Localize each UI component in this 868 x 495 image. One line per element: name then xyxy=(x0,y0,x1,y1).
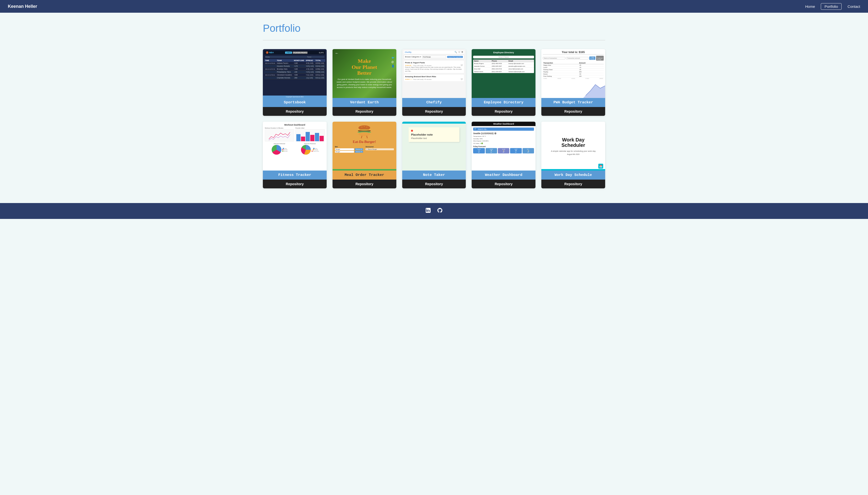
card-repo-fitness[interactable]: Repository xyxy=(263,180,327,188)
mo-item-burger1: Burger xyxy=(335,148,354,150)
card-repo-weather[interactable]: Repository xyxy=(472,180,535,188)
divider xyxy=(263,40,605,40)
ve-back-icon: ← xyxy=(335,51,339,55)
svg-line-10 xyxy=(367,136,367,138)
card-meal: Eat-Da-Burger! Me! Burger Devour It! Bur… xyxy=(333,122,396,188)
cf-browse: Browse Categories ▾ xyxy=(405,56,421,58)
note-title: Placeholder note xyxy=(411,133,457,136)
bud-name-input[interactable] xyxy=(543,57,565,59)
wd-day-2: 11/25🌧️42° xyxy=(486,148,497,153)
svg-point-2 xyxy=(361,127,362,127)
card-repo-employee[interactable]: Repository xyxy=(472,107,535,116)
bud-sub-btn[interactable]: - Subtract Funds xyxy=(596,56,604,61)
bud-add-btn[interactable]: + Add Funds xyxy=(589,56,595,60)
svg-point-6 xyxy=(358,129,371,131)
svg-point-13 xyxy=(426,209,427,209)
card-title-fitness: Fitness Tracker xyxy=(263,171,327,180)
page-title: Portfolio xyxy=(263,22,605,34)
card-workday: Work DayScheduler A simple calendar app … xyxy=(541,122,605,188)
card-title-workday: Work Day Schedule xyxy=(541,171,605,180)
mo-devoured-label: Devoured xyxy=(366,146,394,148)
footer xyxy=(0,203,868,219)
preview-chefify: Chefify 🔍 🤍 ☰ Browse Categories ▾ Search… xyxy=(402,49,466,98)
wd-search-icon: 🔍 xyxy=(474,128,477,130)
sb-props-btn: PLAYER PROPS xyxy=(293,52,308,54)
nav-portfolio[interactable]: Portfolio xyxy=(821,3,841,10)
ve-social-user: 👤 xyxy=(391,65,395,67)
wd-temp: Temperature: 48 °F xyxy=(473,135,534,138)
cf-search-btn[interactable]: Search By Ingredient xyxy=(447,56,463,58)
bud-amount-input[interactable] xyxy=(566,57,588,59)
preview-meal: Eat-Da-Burger! Me! Burger Devour It! Bur… xyxy=(333,122,396,171)
wd-day-5: 11/...⛅44° xyxy=(522,148,534,153)
ve-social-twitter: 🐦 xyxy=(391,56,395,59)
svg-point-3 xyxy=(364,126,365,126)
card-repo-note[interactable]: Repository xyxy=(402,180,466,188)
wd-forecast-title: 5-Day Forecast: xyxy=(473,146,534,147)
card-repo-verdant[interactable]: Repository xyxy=(333,107,396,116)
mo-devour-btn2[interactable]: Devour It! xyxy=(355,151,363,153)
card-budget: Your total is: $165 + Add Funds - Subtra… xyxy=(541,49,605,116)
ve-social-at: @ xyxy=(391,61,395,63)
wd-forecast-row: 11/24❄️40° 11/25🌧️42° 11/26⛅45° 11/27🌧️4… xyxy=(473,148,534,153)
wd-main-title: Work DayScheduler xyxy=(562,137,585,148)
cf-recipe-2: Amazing Braised Beef Short Ribs ★★★☆☆ Ti… xyxy=(404,74,465,82)
sb-slips: SLIPS xyxy=(319,52,324,53)
card-title-chefify: Chefify xyxy=(402,98,466,107)
cf-search-input[interactable] xyxy=(422,56,447,58)
card-title-employee: Employee Directory xyxy=(472,98,535,107)
mo-devour-btn1[interactable]: Devour It! xyxy=(355,148,363,150)
wd-teal-bar xyxy=(541,169,605,171)
note-text: Placeholder text xyxy=(411,137,457,139)
preview-employee: Employee Directory Search Name NamePhone… xyxy=(472,49,535,98)
ft-title: Workout Dashboard xyxy=(265,124,325,126)
wd-humidity: Humidity: 89% xyxy=(473,138,534,140)
card-chefify: Chefify 🔍 🤍 ☰ Browse Categories ▾ Search… xyxy=(402,49,466,116)
preview-verdant: ← MakeOur PlanetBetter Our goal at Verda… xyxy=(333,49,396,98)
card-repo-sportsbook[interactable]: Repository xyxy=(263,107,327,116)
nav-contact[interactable]: Contact xyxy=(848,4,860,8)
card-title-weather: Weather Dashboard xyxy=(472,171,535,180)
burger-illustration xyxy=(356,124,373,139)
wd-day-3: 11/26⛅45° xyxy=(498,148,509,153)
card-repo-workday[interactable]: Repository xyxy=(541,180,605,188)
svg-line-9 xyxy=(361,136,362,138)
preview-weather: Weather Dashboard 🔍 Search city... Seatt… xyxy=(472,122,535,171)
github-icon[interactable] xyxy=(437,207,443,215)
card-verdant: ← MakeOur PlanetBetter Our goal at Verda… xyxy=(333,49,396,116)
preview-budget: Your total is: $165 + Add Funds - Subtra… xyxy=(541,49,605,98)
mo-devoured-1: 1. Bacon Burger xyxy=(366,148,394,150)
sb-lines-btn: LINES xyxy=(285,52,292,54)
svg-marker-0 xyxy=(583,85,605,98)
card-repo-budget[interactable]: Repository xyxy=(541,107,605,116)
preview-note: Placeholder note Placeholder text xyxy=(402,122,466,171)
ed-table: NamePhoneEmail Brandy Rogers(503)-466-04… xyxy=(473,59,534,73)
note-dot xyxy=(411,130,413,132)
card-repo-meal[interactable]: Repository xyxy=(333,180,396,188)
mo-me-label: Me! xyxy=(335,146,363,148)
navbar: Keenan Heller Home Portfolio Contact xyxy=(0,0,868,13)
card-repo-chefify[interactable]: Repository xyxy=(402,107,466,116)
preview-fitness: Workout Dashboard Workout Duration In Mi… xyxy=(263,122,327,171)
wd-day-4: 11/27🌧️41° xyxy=(510,148,521,153)
bud-total: Your total is: $165 xyxy=(543,51,604,54)
card-employee: Employee Directory Search Name NamePhone… xyxy=(472,49,535,116)
wd-wind: Wind Speed: 0.89 MPH xyxy=(473,140,534,142)
wd-city: Seattle (11/23/2022) xyxy=(473,132,494,135)
card-note: Placeholder note Placeholder text Note T… xyxy=(402,122,466,188)
mo-item-burger2: Burger xyxy=(335,151,354,153)
ed-search[interactable]: Search Name xyxy=(473,56,534,58)
card-title-budget: PWA Budget Tracker xyxy=(541,98,605,107)
wd-search-text: Search city... xyxy=(478,128,533,130)
linkedin-icon[interactable] xyxy=(425,207,431,215)
ve-subtitle: Our goal at Verdant Earth is to make red… xyxy=(335,78,394,89)
preview-sportsbook: 🏀 NBA LINES PLAYER PROPS SLIPS Parlay Te… xyxy=(263,49,327,98)
wd-desc: A simple calendar app for scheduling you… xyxy=(551,150,596,152)
ed-title: Employee Directory xyxy=(473,51,534,54)
nav-brand: Keenan Heller xyxy=(8,4,37,9)
wd-day-1: 11/24❄️40° xyxy=(473,148,485,153)
nav-home[interactable]: Home xyxy=(805,4,815,8)
card-weather: Weather Dashboard 🔍 Search city... Seatt… xyxy=(472,122,535,188)
card-title-note: Note Taker xyxy=(402,171,466,180)
card-title-sportsbook: Sportsbook xyxy=(263,98,327,107)
